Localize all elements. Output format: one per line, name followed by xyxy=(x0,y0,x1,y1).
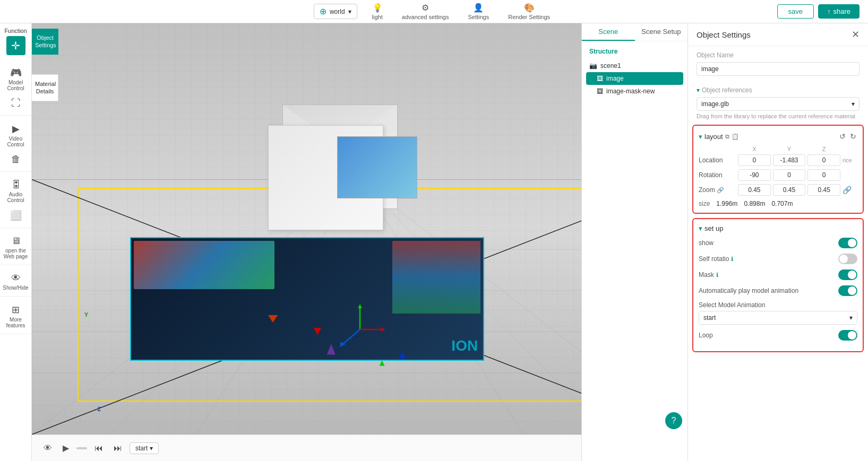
auto-play-toggle[interactable] xyxy=(838,285,857,296)
zoom-x-input[interactable] xyxy=(738,184,771,196)
layout-title-text: layout xyxy=(704,133,723,141)
zoom-label-text: Zoom xyxy=(699,186,715,194)
sidebar-item-audio-control[interactable]: 🎛 AudioControl xyxy=(0,176,31,206)
auto-play-label: Automatically play model animation xyxy=(699,287,798,294)
sidebar-showhide-label: Show/Hide xyxy=(3,285,28,291)
zoom-z-input[interactable] xyxy=(807,184,840,196)
hide-button[interactable]: 👁 xyxy=(40,441,55,455)
toolbar-render-settings[interactable]: 🎨 Render Settings xyxy=(504,1,554,22)
rotation-z-input[interactable] xyxy=(807,169,840,181)
sidebar-item-crop[interactable]: ⬜ xyxy=(0,206,31,225)
save-button[interactable]: save xyxy=(777,4,814,19)
show-toggle-row: show xyxy=(699,238,857,248)
step-back-button[interactable]: ⏮ xyxy=(91,441,106,455)
play-button[interactable]: ▶ xyxy=(59,441,72,455)
tree-item-scene1[interactable]: 📷 scene1 xyxy=(586,59,683,72)
object-references-section: ▾ Object references image.glb ▾ Drag fro… xyxy=(688,81,868,125)
sidebar-item-video-control[interactable]: ▶ VideoControl xyxy=(0,120,31,151)
function-add-button[interactable]: ✛ xyxy=(6,36,25,55)
self-rotation-toggle-thumb xyxy=(839,255,848,263)
tree-item-image-mask-new[interactable]: 🖼 image-mask-new xyxy=(586,85,683,98)
loop-toggle-row: Loop xyxy=(699,330,857,341)
location-z-input[interactable] xyxy=(807,154,840,166)
animation-select[interactable]: start ▾ xyxy=(699,311,857,325)
sidebar-item-fullscreen[interactable]: ⛶ xyxy=(0,94,31,113)
loop-toggle-thumb xyxy=(848,331,856,340)
show-toggle-thumb xyxy=(848,239,856,247)
webpage-section: 🖥 open theWeb page xyxy=(0,230,31,265)
layout-header: ▾ layout ⧉ 📋 ↺ ↻ xyxy=(699,131,857,142)
layout-redo-button[interactable]: ↻ xyxy=(849,131,857,142)
crop-icon: ⬜ xyxy=(10,210,22,221)
sidebar-item-model-control[interactable]: 🎮 ModelControl xyxy=(0,64,31,94)
zoom-label: Zoom 🔗 xyxy=(699,186,736,194)
self-rotation-toggle[interactable] xyxy=(838,254,857,264)
collapse-icon-refs: ▾ xyxy=(697,86,700,94)
help-button[interactable]: ? xyxy=(665,412,682,429)
axis-y-header: Y xyxy=(773,146,806,152)
location-row: Location rice xyxy=(699,154,857,166)
tree-item-image[interactable]: 🖼 image xyxy=(586,72,683,85)
zoom-y-input[interactable] xyxy=(773,184,806,196)
world-selector[interactable]: ⊕ world ▾ xyxy=(314,4,357,19)
location-y-input[interactable] xyxy=(773,154,806,166)
model-control-section: 🎮 ModelControl ⛶ xyxy=(0,62,31,116)
object-references-header: ▾ Object references xyxy=(697,86,860,94)
sidebar-item-open-webpage[interactable]: 🖥 open theWeb page xyxy=(0,232,31,263)
settings-icon: 👤 xyxy=(473,3,484,13)
material-details-tab-btn[interactable]: MaterialDetails xyxy=(32,74,58,101)
location-label: Location xyxy=(699,156,736,164)
sidebar-item-show-hide[interactable]: 👁 Show/Hide xyxy=(0,269,31,294)
scene-panel: Scene Scene Setup Structure 📷 scene1 🖼 i… xyxy=(581,23,687,461)
mask-toggle[interactable] xyxy=(838,269,857,280)
camera-icon: 📷 xyxy=(589,62,597,69)
show-toggle[interactable] xyxy=(838,238,857,248)
left-sidebar: Function ✛ 🎮 ModelControl ⛶ ▶ VideoContr… xyxy=(0,23,32,461)
panel-graphic xyxy=(134,241,274,289)
setup-title: set up xyxy=(704,224,723,232)
rotation-label: Rotation xyxy=(699,171,736,179)
loop-toggle[interactable] xyxy=(838,330,857,341)
location-x-input[interactable] xyxy=(738,154,771,166)
advanced-settings-icon: ⚙ xyxy=(422,3,429,13)
self-rotation-toggle-row: Self rotatio ℹ xyxy=(699,254,857,264)
reference-dropdown[interactable]: image.glb ▾ xyxy=(697,97,860,111)
3d-envelope xyxy=(268,98,412,238)
image-mask-icon: 🖼 xyxy=(597,88,603,95)
step-forward-button[interactable]: ⏭ xyxy=(110,441,125,455)
sidebar-webpage-label: open theWeb page xyxy=(4,248,28,259)
rotation-x-input[interactable] xyxy=(738,169,771,181)
function-label: Function xyxy=(4,28,27,34)
image-icon-tree: 🖼 xyxy=(597,75,603,82)
size-x: 1.996m xyxy=(716,200,737,207)
toolbar-advanced-settings[interactable]: ⚙ advanced settings xyxy=(398,1,453,22)
scene-setup-tab[interactable]: Scene Setup xyxy=(635,23,688,41)
render-icon: 🎨 xyxy=(524,3,535,13)
top-toolbar: ⊕ world ▾ 💡 light ⚙ advanced settings 👤 … xyxy=(0,0,868,23)
sidebar-item-more-features[interactable]: ⊞ Morefeatures xyxy=(0,301,31,332)
toolbar-settings[interactable]: 👤 Settings xyxy=(463,1,493,22)
panel-close-button[interactable]: ✕ xyxy=(852,29,860,40)
world-icon: ⊕ xyxy=(320,6,326,16)
light-icon: 💡 xyxy=(372,3,383,13)
rotation-y-input[interactable] xyxy=(773,169,806,181)
dropdown-arrow: ▾ xyxy=(852,100,855,108)
layout-undo-button[interactable]: ↺ xyxy=(838,131,847,142)
webpage-icon: 🖥 xyxy=(11,236,21,247)
model-control-icon: 🎮 xyxy=(10,67,22,79)
object-name-label: Object Name xyxy=(697,51,860,59)
object-settings-tab-btn[interactable]: ObjectSettings xyxy=(32,29,58,55)
share-button[interactable]: ↑ share xyxy=(818,4,860,19)
setup-header: ▾ set up xyxy=(699,224,857,232)
setup-card: ▾ set up show Self rotatio ℹ Mask ℹ xyxy=(692,218,864,352)
share-icon: ↑ xyxy=(827,7,831,15)
auto-play-toggle-thumb xyxy=(848,286,856,295)
scene-tree: Structure 📷 scene1 🖼 image 🖼 image-mask-… xyxy=(582,41,687,461)
svg-line-18 xyxy=(341,329,360,345)
playbar-label[interactable]: start ▾ xyxy=(130,442,159,454)
scene-tab[interactable]: Scene xyxy=(582,23,635,41)
object-name-input[interactable] xyxy=(697,62,860,76)
toolbar-light[interactable]: 💡 light xyxy=(368,1,387,22)
collapse-icon-layout: ▾ xyxy=(699,133,702,141)
sidebar-item-delete[interactable]: 🗑 xyxy=(0,151,31,169)
